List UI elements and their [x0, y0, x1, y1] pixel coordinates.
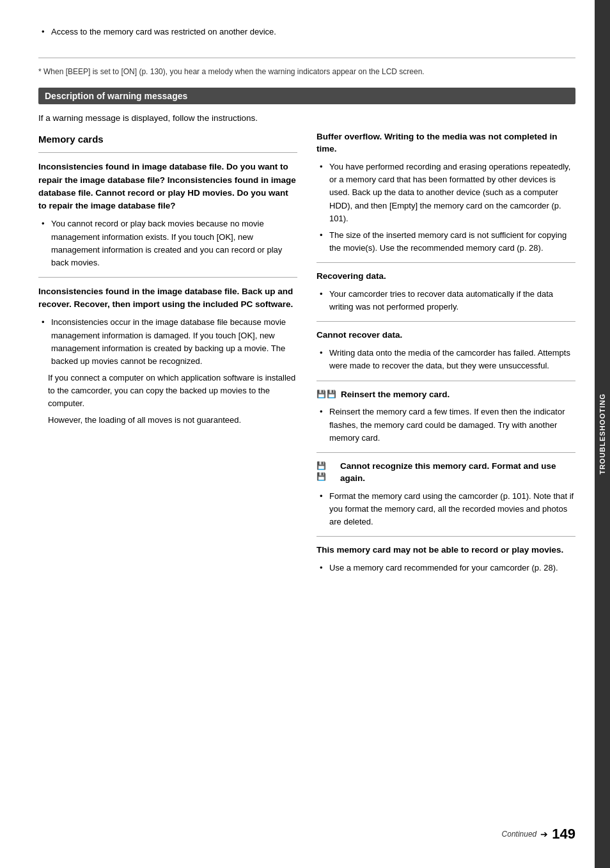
- recovering-bullet: Your camcorder tries to recover data aut…: [326, 288, 575, 313]
- heading2-para-2: However, the loading of all moves is not…: [48, 414, 297, 427]
- arrow-icon: ➔: [540, 829, 548, 839]
- cannot-recognize-bullet: Format the memory card using the camcord…: [326, 490, 575, 528]
- inconsistency-heading-2: Inconsistencies found in the image datab…: [38, 285, 297, 312]
- memory-cards-title: Memory cards: [38, 134, 297, 145]
- heading2-para-1: If you connect a computer on which appli…: [48, 372, 297, 410]
- page-container: Access to the memory card was restricted…: [0, 0, 610, 868]
- recovering-heading: Recovering data.: [317, 271, 575, 283]
- right-divider-3: [317, 381, 575, 381]
- this-card-heading: This memory card may not be able to reco…: [317, 544, 575, 556]
- reinsert-bullet: Reinsert the memory card a few times. If…: [326, 406, 575, 444]
- top-divider: [38, 58, 575, 58]
- buffer-heading: Buffer overflow. Writing to the media wa…: [317, 131, 575, 155]
- top-bullet-section: Access to the memory card was restricted…: [38, 26, 575, 42]
- troubleshooting-side-tab: Troubleshooting: [595, 0, 610, 868]
- reinsert-icon: 💾💾: [317, 389, 337, 400]
- side-tab-label: Troubleshooting: [598, 393, 606, 475]
- left-divider-1: [38, 152, 297, 153]
- right-divider-2: [317, 321, 575, 322]
- buffer-bullet-1: You have performed recording and erasing…: [326, 161, 575, 225]
- top-bullet-1: Access to the memory card was restricted…: [48, 26, 575, 38]
- inconsistency-heading-1: Inconsistencies found in image database …: [38, 161, 297, 212]
- reinsert-heading-container: 💾💾 Reinsert the memory card.: [317, 389, 575, 401]
- left-column: Memory cards Inconsistencies found in im…: [38, 131, 297, 816]
- note-section: * When [BEEP] is set to [ON] (p. 130), y…: [38, 66, 575, 77]
- two-col-layout: Memory cards Inconsistencies found in im…: [38, 131, 575, 816]
- reinsert-heading-text: Reinsert the memory card.: [341, 389, 450, 401]
- page-number: 149: [552, 826, 575, 842]
- cannot-recognize-heading-text: Cannot recognize this memory card. Forma…: [340, 461, 575, 485]
- heading1-bullet: You cannot record or play back movies be…: [48, 217, 297, 269]
- continued-label: Continued: [502, 830, 537, 839]
- cannot-recover-heading: Cannot recover data.: [317, 329, 575, 342]
- heading2-bullet-0-text: Inconsistencies occur in the image datab…: [51, 317, 286, 365]
- cannot-recognize-icon: 💾💾: [317, 461, 336, 482]
- cannot-recover-bullet: Writing data onto the media of the camco…: [326, 347, 575, 372]
- intro-text: If a warning message is displayed, follo…: [38, 112, 575, 125]
- main-content: Access to the memory card was restricted…: [0, 0, 595, 868]
- right-column: Buffer overflow. Writing to the media wa…: [317, 131, 575, 816]
- description-box-label: Description of warning messages: [38, 88, 575, 104]
- heading2-bullet-0: Inconsistencies occur in the image datab…: [48, 316, 297, 368]
- buffer-bullet-2: The size of the inserted memory card is …: [326, 229, 575, 255]
- page-footer: Continued ➔ 149: [38, 816, 575, 842]
- left-divider-2: [38, 277, 297, 278]
- right-divider-5: [317, 536, 575, 537]
- right-divider-4: [317, 452, 575, 453]
- this-card-bullet: Use a memory card recommended for your c…: [326, 562, 575, 574]
- cannot-recognize-heading-container: 💾💾 Cannot recognize this memory card. Fo…: [317, 461, 575, 485]
- right-divider-1: [317, 262, 575, 263]
